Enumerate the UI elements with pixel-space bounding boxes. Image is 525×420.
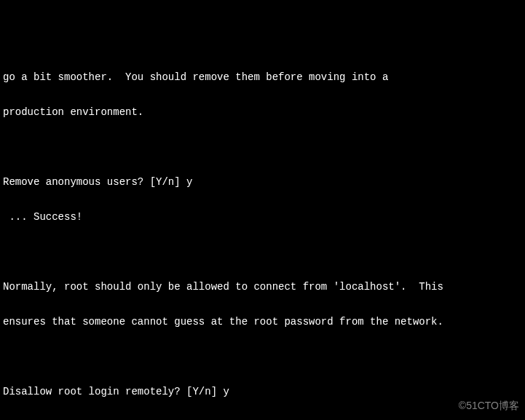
terminal-line: production environment. bbox=[3, 106, 522, 118]
terminal-line: Disallow root login remotely? [Y/n] y bbox=[3, 386, 522, 397]
terminal-line: ... Success! bbox=[3, 211, 522, 223]
terminal-line bbox=[3, 141, 522, 153]
terminal-line: Remove anonymous users? [Y/n] y bbox=[3, 176, 522, 188]
terminal-output[interactable]: go a bit smoother. You should remove the… bbox=[3, 48, 522, 420]
terminal-line: Normally, root should only be allowed to… bbox=[3, 281, 522, 293]
terminal-line bbox=[3, 351, 522, 362]
terminal-line bbox=[3, 246, 522, 258]
terminal-line: go a bit smoother. You should remove the… bbox=[3, 71, 522, 83]
terminal-line: ensures that someone cannot guess at the… bbox=[3, 316, 522, 328]
watermark-text: ©51CTO博客 bbox=[459, 400, 519, 411]
